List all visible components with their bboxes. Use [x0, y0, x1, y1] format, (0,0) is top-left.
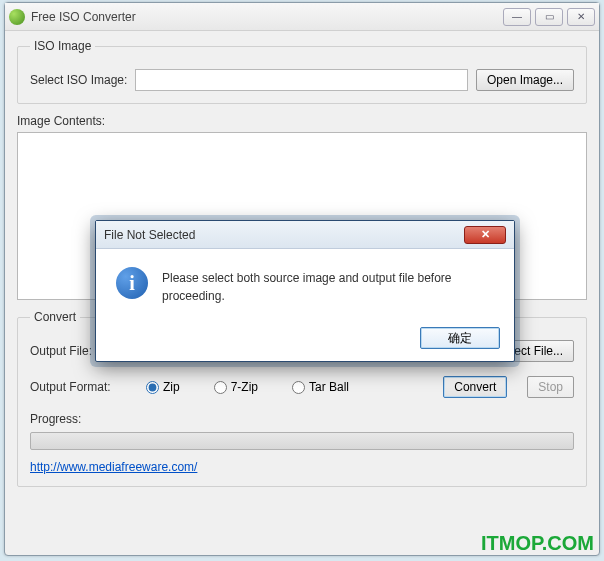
radio-7zip[interactable]: 7-Zip: [214, 380, 258, 394]
window-title: Free ISO Converter: [31, 10, 503, 24]
progress-bar: [30, 432, 574, 450]
iso-image-group: ISO Image Select ISO Image: Open Image..…: [17, 39, 587, 104]
radio-7zip-label: 7-Zip: [231, 380, 258, 394]
info-icon: i: [116, 267, 148, 299]
radio-zip-input[interactable]: [146, 381, 159, 394]
format-radio-group: Zip 7-Zip Tar Ball: [146, 380, 423, 394]
output-format-label: Output Format:: [30, 380, 126, 394]
website-link[interactable]: http://www.mediafreeware.com/: [30, 460, 197, 474]
radio-zip[interactable]: Zip: [146, 380, 180, 394]
dialog-ok-button[interactable]: 确定: [420, 327, 500, 349]
dialog-title: File Not Selected: [104, 228, 464, 242]
convert-button[interactable]: Convert: [443, 376, 507, 398]
progress-label: Progress:: [30, 412, 574, 426]
window-controls: — ▭ ✕: [503, 8, 595, 26]
dialog-message: Please select both source image and outp…: [162, 267, 494, 305]
radio-tarball[interactable]: Tar Ball: [292, 380, 349, 394]
dialog-close-button[interactable]: ✕: [464, 226, 506, 244]
image-contents-label: Image Contents:: [17, 114, 587, 128]
open-image-button[interactable]: Open Image...: [476, 69, 574, 91]
watermark: ITMOP.COM: [481, 532, 594, 555]
radio-7zip-input[interactable]: [214, 381, 227, 394]
titlebar: Free ISO Converter — ▭ ✕: [5, 3, 599, 31]
iso-legend: ISO Image: [30, 39, 95, 53]
radio-zip-label: Zip: [163, 380, 180, 394]
alert-dialog: File Not Selected ✕ i Please select both…: [95, 220, 515, 362]
stop-button[interactable]: Stop: [527, 376, 574, 398]
radio-tarball-input[interactable]: [292, 381, 305, 394]
radio-tarball-label: Tar Ball: [309, 380, 349, 394]
dialog-titlebar: File Not Selected ✕: [96, 221, 514, 249]
convert-legend: Convert: [30, 310, 80, 324]
close-button[interactable]: ✕: [567, 8, 595, 26]
select-iso-label: Select ISO Image:: [30, 73, 127, 87]
minimize-button[interactable]: —: [503, 8, 531, 26]
iso-path-input[interactable]: [135, 69, 468, 91]
dialog-footer: 确定: [96, 319, 514, 361]
app-icon: [9, 9, 25, 25]
dialog-body: i Please select both source image and ou…: [96, 249, 514, 319]
maximize-button[interactable]: ▭: [535, 8, 563, 26]
